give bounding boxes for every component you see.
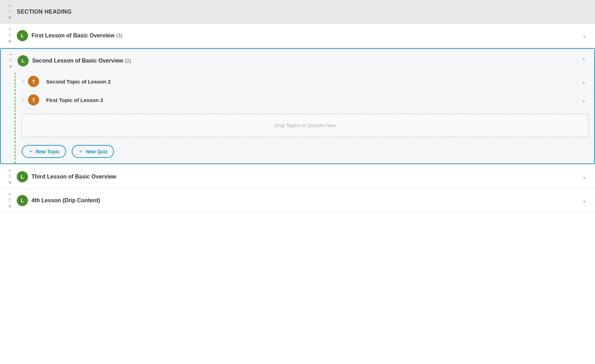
lesson-1-title: First Lesson of Basic Overview (3)	[31, 32, 579, 39]
lesson-2-controls: ^ ⠿ v	[6, 52, 15, 69]
lesson-1-badge: L	[17, 30, 28, 41]
lesson-3-expand-btn[interactable]: ⌄	[579, 172, 589, 181]
lesson-4-move-down-btn[interactable]: v	[9, 203, 11, 209]
lesson-4-badge: L	[17, 195, 28, 206]
drop-zone-text: Drop Topics or Quizzes here	[274, 123, 336, 128]
lesson-4-expand-btn[interactable]: ⌄	[579, 196, 589, 205]
drop-zone: Drop Topics or Quizzes here	[22, 114, 589, 137]
lesson-4-controls: ^ ⠿ v	[6, 192, 14, 209]
section-controls: ^ ⠿ v	[6, 3, 14, 20]
new-topic-button[interactable]: ＋ New Topic	[22, 145, 66, 158]
new-quiz-icon: ＋	[78, 148, 84, 155]
dashed-left-border	[15, 72, 15, 163]
lesson-1-expand-btn[interactable]: ⌄	[579, 31, 589, 40]
topic-2-1-title: Second Topic of Lesson 2	[46, 79, 579, 85]
lesson-2-action-row: ＋ New Topic ＋ New Quiz	[22, 141, 594, 163]
lesson-4-drag-handle[interactable]: ⠿	[8, 198, 12, 203]
lesson-3-move-down-btn[interactable]: v	[9, 180, 11, 185]
topic-2-1-expand-btn[interactable]: ⌄	[579, 77, 589, 86]
topic-2-1-drag-handle[interactable]: ⠿	[22, 79, 24, 84]
topic-2-2-row: ⠿ T First Topic of Lesson 2 ⌄	[22, 91, 594, 109]
lesson-3-controls: ^ ⠿ v	[6, 168, 14, 185]
new-topic-icon: ＋	[28, 148, 34, 155]
new-quiz-button[interactable]: ＋ New Quiz	[72, 145, 114, 158]
lesson-1-move-up-btn[interactable]: ^	[9, 27, 11, 32]
section-heading-title: SECTION HEADING	[17, 9, 589, 15]
lesson-2-count: (2)	[125, 58, 131, 64]
lesson-2-block: ^ ⠿ v L Second Lesson of Basic Overview …	[0, 48, 595, 164]
lesson-1-move-down-btn[interactable]: v	[9, 38, 11, 44]
new-quiz-label: New Quiz	[86, 149, 108, 154]
lesson-1-drag-handle[interactable]: ⠿	[8, 33, 12, 38]
topic-2-1-row: ⠿ T Second Topic of Lesson 2 ⌄	[22, 72, 594, 91]
topic-2-2-badge: T	[28, 94, 39, 105]
lesson-3-badge: L	[17, 171, 28, 182]
section-drag-handle[interactable]: ⠿	[8, 9, 12, 14]
lesson-1-block: ^ ⠿ v L First Lesson of Basic Overview (…	[0, 24, 595, 48]
lesson-4-row: ^ ⠿ v L 4th Lesson (Drip Content) ⌄	[0, 189, 595, 212]
topic-2-1-badge: T	[28, 76, 39, 87]
lesson-2-move-up-btn[interactable]: ^	[9, 52, 12, 58]
lesson-4-block: ^ ⠿ v L 4th Lesson (Drip Content) ⌄	[0, 189, 595, 212]
section-heading-block: ^ ⠿ v SECTION HEADING	[0, 0, 595, 24]
lesson-2-expanded-content: ⠿ T Second Topic of Lesson 2 ⌄ ⠿ T First…	[1, 72, 594, 163]
lesson-3-drag-handle[interactable]: ⠿	[8, 174, 12, 179]
topic-2-2-expand-btn[interactable]: ⌄	[579, 95, 589, 105]
section-heading-row: ^ ⠿ v SECTION HEADING	[0, 0, 595, 23]
lesson-2-move-down-btn[interactable]: v	[9, 64, 12, 69]
lesson-2-badge: L	[17, 55, 29, 66]
lesson-3-row: ^ ⠿ v L Third Lesson of Basic Overview ⌄	[0, 165, 595, 188]
lesson-1-controls: ^ ⠿ v	[6, 27, 14, 44]
section-move-down-btn[interactable]: v	[9, 15, 11, 20]
lesson-2-collapse-btn[interactable]: ⌃	[579, 56, 589, 65]
lesson-2-drag-handle[interactable]: ⠿	[9, 58, 12, 63]
section-move-up-btn[interactable]: ^	[9, 3, 11, 9]
lesson-4-title: 4th Lesson (Drip Content)	[31, 197, 579, 204]
lesson-3-move-up-btn[interactable]: ^	[9, 168, 11, 174]
lesson-4-move-up-btn[interactable]: ^	[9, 192, 11, 197]
lesson-2-row: ^ ⠿ v L Second Lesson of Basic Overview …	[1, 49, 594, 72]
lesson-3-title: Third Lesson of Basic Overview	[31, 174, 579, 180]
lesson-1-count: (3)	[116, 32, 122, 38]
new-topic-label: New Topic	[36, 149, 60, 154]
lesson-3-block: ^ ⠿ v L Third Lesson of Basic Overview ⌄	[0, 165, 595, 189]
lesson-1-row: ^ ⠿ v L First Lesson of Basic Overview (…	[0, 24, 595, 47]
topic-2-2-drag-handle[interactable]: ⠿	[22, 98, 24, 102]
lesson-2-title: Second Lesson of Basic Overview (2)	[32, 58, 579, 64]
lesson-2-children-wrapper: ⠿ T Second Topic of Lesson 2 ⌄ ⠿ T First…	[1, 72, 594, 163]
topic-2-2-title: First Topic of Lesson 2	[46, 97, 579, 103]
